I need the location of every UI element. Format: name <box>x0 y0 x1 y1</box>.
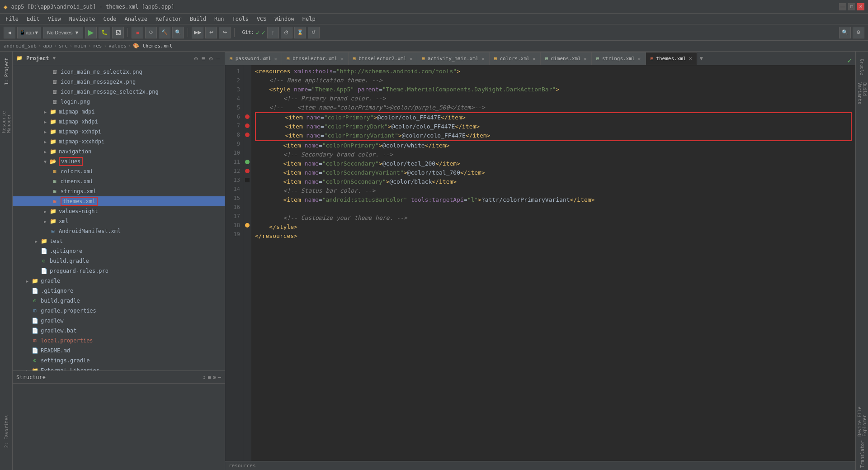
sidebar-favorites-tab[interactable]: 2: Favorites <box>1 411 12 452</box>
menu-navigate[interactable]: Navigate <box>66 15 99 23</box>
tree-item-icon-main-msg-sel[interactable]: 🖼 icon_main_message_select2x.png <box>13 87 225 97</box>
back-button[interactable]: ◄ <box>4 27 15 38</box>
tree-item-gradle-properties[interactable]: ⊞ gradle.properties <box>13 306 225 316</box>
collapse-all-icon[interactable]: ≡ <box>201 54 206 63</box>
tree-item-mipmap-xhdpi[interactable]: ▶ 📁 mipmap-xhdpi <box>13 117 225 127</box>
tab-activity-main-xml[interactable]: ⊞ activity_main.xml ✕ <box>417 52 489 65</box>
tree-item-build-gradle[interactable]: ⊙ build.gradle <box>13 256 225 266</box>
menu-help[interactable]: Help <box>299 15 319 23</box>
git-history-btn[interactable]: ⌛ <box>294 27 306 38</box>
close-panel-icon[interactable]: — <box>216 54 221 63</box>
tab-close-icon[interactable]: ✕ <box>638 56 641 62</box>
tree-item-readme[interactable]: 📄 README.md <box>13 346 225 356</box>
tab-close-icon[interactable]: ✕ <box>533 56 536 62</box>
menu-window[interactable]: Window <box>271 15 297 23</box>
sidebar-project-tab[interactable]: 1: Project <box>1 53 12 90</box>
sync-button[interactable]: ⟳ <box>145 27 157 38</box>
breadcrumb-android-sub[interactable]: android_sub <box>4 43 37 49</box>
redo-btn[interactable]: ↪ <box>219 27 231 38</box>
editor-ok-icon[interactable]: ✓ <box>844 56 855 65</box>
tree-item-gradlew[interactable]: 📄 gradlew <box>13 316 225 326</box>
maximize-button[interactable]: □ <box>848 3 855 10</box>
tab-close-icon[interactable]: ✕ <box>274 56 277 62</box>
settings-icon[interactable]: ⚙ <box>208 54 213 63</box>
sidebar-build-variants-tab[interactable]: Build Variants <box>857 81 868 121</box>
sidebar-device-file-tab[interactable]: Device File Explorer <box>857 389 868 438</box>
structure-filter-icon[interactable]: ≡ <box>208 374 211 380</box>
tree-item-xml[interactable]: ▶ 📁 xml <box>13 216 225 226</box>
menu-build[interactable]: Build <box>186 15 210 23</box>
tree-item-navigation[interactable]: ▶ 📁 navigation <box>13 147 225 157</box>
editor-content[interactable]: 1 2 3 4 5 6 7 8 9 10 11 12 13 14 15 16 1… <box>225 65 855 461</box>
tab-btnselector2-xml[interactable]: ⊞ btnselector2.xml ✕ <box>349 52 418 65</box>
debug-button[interactable]: 🐛 <box>99 27 110 38</box>
run-button[interactable]: ▶ <box>85 27 97 38</box>
tree-item-root-build-gradle[interactable]: ⊙ build.gradle <box>13 296 225 306</box>
sidebar-translator-tab[interactable]: Translator <box>857 438 868 470</box>
tab-close-icon[interactable]: ✕ <box>481 56 485 62</box>
git-rollback-btn[interactable]: ↺ <box>308 27 320 38</box>
menu-edit[interactable]: Edit <box>23 15 43 23</box>
tree-item-themes-xml[interactable]: ⊞ themes.xml <box>13 196 225 206</box>
tab-close-icon[interactable]: ✕ <box>409 56 412 62</box>
no-devices-button[interactable]: No Devices ▼ <box>43 27 83 38</box>
tree-item-colors-xml[interactable]: ⊞ colors.xml <box>13 166 225 176</box>
tree-item-mipmap-xxhdpi[interactable]: ▶ 📁 mipmap-xxhdpi <box>13 127 225 137</box>
stop-button[interactable]: ■ <box>132 27 143 38</box>
analyze-button[interactable]: 🔍 <box>172 27 184 38</box>
tree-item-dimens-xml[interactable]: ⊞ dimens.xml <box>13 176 225 186</box>
structure-settings-icon[interactable]: ⚙ <box>213 374 216 380</box>
menu-file[interactable]: File <box>2 15 22 23</box>
settings-btn[interactable]: ⚙ <box>853 27 864 38</box>
build-button[interactable]: 🔨 <box>159 27 170 38</box>
tree-item-settings-gradle[interactable]: ⊙ settings.gradle <box>13 356 225 366</box>
structure-close-icon[interactable]: — <box>218 374 221 380</box>
tab-btnselector-xml[interactable]: ⊞ btnselector.xml ✕ <box>282 52 348 65</box>
tab-password-xml[interactable]: ⊞ password.xml ✕ <box>225 52 282 65</box>
menu-tools[interactable]: Tools <box>229 15 252 23</box>
run-manager-btn[interactable]: ▶▶ <box>192 27 203 38</box>
tab-close-icon[interactable]: ✕ <box>340 56 343 62</box>
tree-item-icon-main-msg[interactable]: 🖼 icon_main_message2x.png <box>13 77 225 87</box>
breadcrumb-themes-xml[interactable]: 🎨 themes.xml <box>133 43 172 49</box>
tab-strings-xml[interactable]: ⊞ strings.xml ✕ <box>592 52 646 65</box>
tree-item-external-libs[interactable]: ▶ 📁 External Libraries <box>13 366 225 370</box>
tab-themes-xml[interactable]: ⊞ themes.xml ✕ <box>646 52 697 65</box>
tree-item-androidmanifest[interactable]: ⊞ AndroidManifest.xml <box>13 226 225 236</box>
tree-item-values-night[interactable]: ▶ 📁 values-night <box>13 206 225 216</box>
close-button[interactable]: ✕ <box>857 3 864 10</box>
breadcrumb-src[interactable]: src <box>59 43 68 49</box>
tree-item-gitignore[interactable]: 📄 .gitignore <box>13 246 225 256</box>
menu-view[interactable]: View <box>44 15 65 23</box>
tree-item-test[interactable]: ▶ 📁 test <box>13 236 225 246</box>
structure-sort-icon[interactable]: ↕ <box>203 374 206 380</box>
tree-item-values[interactable]: ▼ 📂 values <box>13 157 225 166</box>
menu-analyze[interactable]: Analyze <box>121 15 151 23</box>
tab-close-icon[interactable]: ✕ <box>689 55 692 62</box>
expand-all-icon[interactable]: ⚙ <box>193 54 198 63</box>
tree-item-login-png[interactable]: 🖼 login.png <box>13 97 225 107</box>
coverage-button[interactable]: ⛾ <box>112 27 124 38</box>
tree-item-icon-main-me[interactable]: 🖼 icon_main_me_select2x.png <box>13 67 225 77</box>
tab-colors-xml[interactable]: ⊞ colors.xml ✕ <box>490 52 541 65</box>
sidebar-gradle-tab[interactable]: Gradle <box>857 53 868 81</box>
sidebar-resource-manager-tab[interactable]: Resource Manager <box>1 90 12 135</box>
breadcrumb-app[interactable]: app <box>43 43 52 49</box>
menu-code[interactable]: Code <box>100 15 120 23</box>
minimize-button[interactable]: — <box>839 3 846 10</box>
tree-item-gradlew-bat[interactable]: 📄 gradlew.bat <box>13 326 225 336</box>
git-fetch-btn[interactable]: ⏱ <box>281 27 292 38</box>
tree-item-proguard[interactable]: 📄 proguard-rules.pro <box>13 266 225 276</box>
tabs-overflow-arrow[interactable]: ▼ <box>697 55 706 62</box>
git-push-btn[interactable]: ↑ <box>267 27 279 38</box>
breadcrumb-main[interactable]: main <box>74 43 86 49</box>
tree-item-gradle-folder[interactable]: ▶ 📁 gradle <box>13 276 225 286</box>
tab-dimens-xml[interactable]: ⊞ dimens.xml ✕ <box>541 52 592 65</box>
app-dropdown[interactable]: 📱 app ▼ <box>17 27 41 38</box>
undo-btn[interactable]: ↩ <box>205 27 217 38</box>
tree-item-mipmap-xxxhdpi[interactable]: ▶ 📁 mipmap-xxxhdpi <box>13 137 225 147</box>
breadcrumb-values[interactable]: values <box>108 43 127 49</box>
tab-close-icon[interactable]: ✕ <box>584 56 587 62</box>
tree-item-strings-xml[interactable]: ⊞ strings.xml <box>13 186 225 196</box>
breadcrumb-res[interactable]: res <box>93 43 102 49</box>
